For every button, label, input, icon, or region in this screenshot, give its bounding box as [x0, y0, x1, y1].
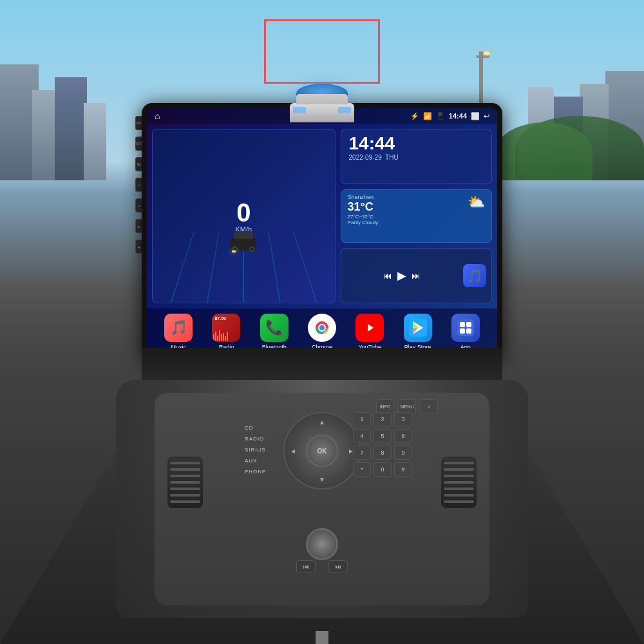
joystick-area[interactable]: ▲ ▼ ◄ ► OK — [283, 412, 361, 489]
app-bluetooth[interactable]: 📞 Bluetooth — [260, 314, 289, 350]
home-status-icon[interactable]: ⌂ — [155, 111, 160, 121]
app-chrome[interactable]: Chrome — [308, 314, 336, 350]
vent-left — [167, 457, 203, 508]
radio-label[interactable]: RADIO — [245, 436, 266, 442]
media-prev-btn[interactable]: ⏮ — [296, 560, 316, 573]
play-button[interactable]: ▶ — [397, 269, 406, 283]
num-hash[interactable]: # — [394, 462, 412, 477]
num-7[interactable]: 7 — [353, 446, 371, 460]
top-widgets: 0 KM/h — [147, 124, 497, 308]
screen-content: 0 KM/h — [147, 124, 497, 355]
sirius-label[interactable]: SIRIUS — [245, 447, 266, 453]
music-widget: ⏮ ▶ ⏭ 🎵 — [341, 248, 492, 303]
app-playstore[interactable]: Play Store — [404, 314, 432, 350]
status-time: 14:44 — [449, 112, 467, 120]
svg-rect-13 — [466, 322, 471, 327]
num-3[interactable]: 3 — [394, 412, 412, 426]
vent-right — [441, 457, 477, 508]
phone-label[interactable]: PHONE — [245, 469, 266, 475]
status-icons: ⚡ 📶 📱 14:44 ⬜ ↩ — [410, 112, 489, 120]
menu-btn[interactable]: MENU — [398, 399, 416, 413]
center-area: CD RADIO SIRIUS AUX PHONE ▲ ▼ ◄ ► OK — [206, 399, 438, 599]
num-8[interactable]: 8 — [374, 446, 392, 460]
function-buttons: INFO MENU ♪ — [376, 399, 438, 413]
app-music[interactable]: 🎵 Music — [164, 314, 193, 350]
weather-range: 27°C~32°C — [348, 214, 379, 220]
clock-date: 2022-09-29 THU — [349, 154, 484, 161]
num-star[interactable]: * — [353, 462, 371, 477]
bottom-vents — [301, 608, 343, 613]
bluetooth-app-icon: 📞 — [260, 314, 289, 342]
music-btn[interactable]: ♪ — [420, 399, 438, 413]
clock-time: 14:44 — [349, 135, 484, 153]
weather-desc: Partly Cloudy — [348, 220, 379, 225]
arrow-left[interactable]: ◄ — [290, 448, 296, 455]
dash-inner: CD RADIO SIRIUS AUX PHONE ▲ ▼ ◄ ► OK — [155, 393, 489, 605]
clock-widget: 14:44 2022-09-29 THU — [341, 129, 492, 184]
cd-label[interactable]: CD — [245, 425, 266, 431]
speed-value: 0 — [236, 200, 251, 225]
info-btn[interactable]: INFO — [376, 399, 394, 413]
apps-app-icon — [451, 314, 480, 342]
num-2[interactable]: 2 — [374, 412, 392, 426]
svg-point-3 — [319, 325, 325, 330]
weather-widget: Shenzhen 31°C 27°C~32°C Partly Cloudy ⛅ — [341, 189, 492, 242]
music-album-icon: 🎵 — [463, 264, 486, 287]
app-radio[interactable]: 87.50 Radio — [212, 314, 240, 350]
mini-car — [231, 238, 256, 251]
num-4[interactable]: 4 — [353, 429, 371, 443]
svg-rect-12 — [460, 322, 465, 327]
dashboard-panel: CD RADIO SIRIUS AUX PHONE ▲ ▼ ◄ ► OK — [116, 380, 528, 618]
num-9[interactable]: 9 — [394, 446, 412, 460]
speedometer-widget: 0 KM/h — [152, 129, 336, 303]
radio-app-icon: 87.50 — [212, 314, 240, 342]
chrome-app-icon — [308, 314, 336, 342]
youtube-app-icon — [355, 314, 384, 342]
num-5[interactable]: 5 — [374, 429, 392, 443]
media-buttons: ⏮ ⏭ — [296, 560, 348, 573]
next-button[interactable]: ⏭ — [412, 270, 421, 281]
num-6[interactable]: 6 — [394, 429, 412, 443]
weather-icon: ⛅ — [468, 194, 485, 211]
music-controls: ⏮ ▶ ⏭ — [346, 269, 458, 283]
arrow-down[interactable]: ▼ — [319, 476, 325, 483]
bluetooth-icon: ⚡ — [410, 112, 419, 120]
prev-button[interactable]: ⏮ — [383, 270, 392, 281]
volume-knob[interactable] — [306, 528, 338, 560]
device-container: MIC RST ⏻ ⌂ ↩ ◂+ ◂- ⌂ ⚡ 📶 📱 14:44 ⬜ ↩ — [116, 103, 528, 605]
num-0[interactable]: 0 — [374, 462, 392, 477]
arrow-up[interactable]: ▲ — [319, 419, 325, 426]
playstore-app-icon — [404, 314, 432, 342]
weather-location: Shenzhen — [348, 194, 379, 200]
aux-label[interactable]: AUX — [245, 458, 266, 464]
label-buttons: CD RADIO SIRIUS AUX PHONE — [245, 425, 266, 475]
ok-button[interactable]: OK — [306, 435, 338, 467]
svg-rect-11 — [457, 319, 474, 336]
top-car — [290, 103, 354, 122]
right-widgets: 14:44 2022-09-29 THU Shenzhen — [341, 129, 492, 303]
android-screen: ⌂ ⚡ 📶 📱 14:44 ⬜ ↩ 0 — [147, 108, 497, 355]
numpad: 1 2 3 4 5 6 7 8 9 * 0 # — [353, 412, 412, 477]
app-apps[interactable]: App — [451, 314, 480, 350]
media-next-btn[interactable]: ⏭ — [328, 560, 348, 573]
wifi-icon: 📶 — [423, 112, 432, 120]
joystick-outer[interactable]: ▲ ▼ ◄ ► OK — [283, 412, 361, 489]
radar-detection-box — [264, 19, 380, 84]
svg-rect-15 — [466, 328, 471, 334]
screen-bezel: ⌂ ⚡ 📶 📱 14:44 ⬜ ↩ 0 — [142, 103, 502, 361]
phone-signal-icon: 📱 — [436, 112, 445, 120]
svg-rect-14 — [460, 328, 465, 334]
back-nav-icon[interactable]: ↩ — [484, 112, 489, 120]
num-1[interactable]: 1 — [353, 412, 371, 426]
app-youtube[interactable]: YouTube — [355, 314, 384, 350]
weather-temp: 31°C — [348, 200, 379, 214]
music-app-icon: 🎵 — [164, 314, 193, 342]
window-icon: ⬜ — [471, 112, 480, 120]
